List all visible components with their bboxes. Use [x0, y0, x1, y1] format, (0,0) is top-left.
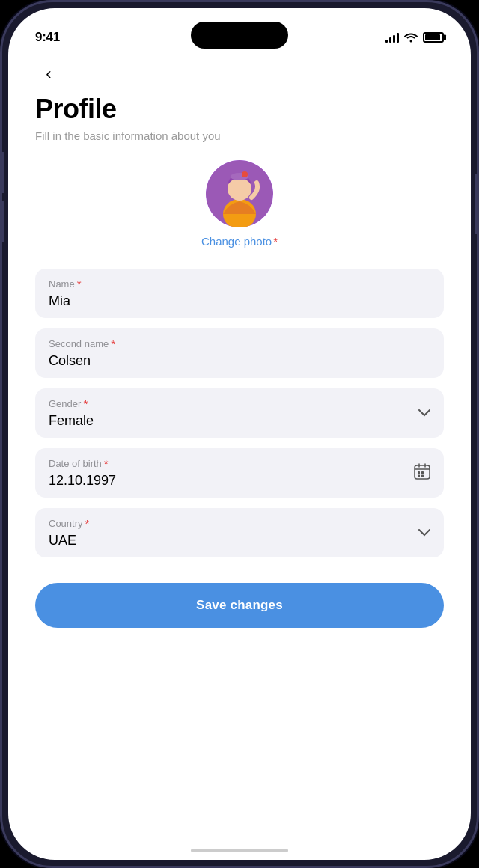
phone-screen: 9:41: [8, 8, 471, 860]
svg-rect-9: [421, 475, 424, 477]
volume-down-button[interactable]: [0, 201, 4, 242]
status-icons: [385, 32, 444, 43]
gender-field[interactable]: Gender * Female: [35, 388, 444, 438]
wifi-icon: [404, 32, 418, 43]
page-subtitle: Fill in the basic information about you: [35, 129, 444, 142]
power-button[interactable]: [475, 174, 479, 234]
gender-label: Gender *: [49, 397, 430, 410]
country-required-star: *: [85, 517, 90, 530]
screen-content: ‹ Profile Fill in the basic information …: [8, 53, 471, 860]
name-required-star: *: [77, 278, 82, 290]
svg-rect-7: [421, 471, 424, 474]
dob-value: 12.10.1997: [49, 473, 430, 489]
avatar-image: [206, 160, 273, 227]
second-name-required-star: *: [111, 337, 115, 350]
second-name-value: Colsen: [49, 353, 430, 369]
name-label: Name *: [49, 278, 430, 290]
country-chevron-down-icon: [418, 526, 430, 540]
change-photo-label: Change photo: [201, 235, 272, 248]
dynamic-island: [191, 22, 288, 49]
back-button[interactable]: ‹: [35, 61, 62, 88]
save-changes-button[interactable]: Save changes: [35, 583, 444, 628]
svg-rect-8: [418, 475, 420, 477]
calendar-icon: [414, 463, 430, 483]
volume-up-button[interactable]: [0, 152, 4, 193]
dob-label: Date of birth *: [49, 457, 430, 470]
svg-rect-6: [418, 471, 420, 474]
back-chevron-icon: ‹: [46, 64, 51, 84]
second-name-label: Second name *: [49, 337, 430, 350]
gender-value: Female: [49, 413, 430, 429]
avatar-section: Change photo*: [35, 160, 444, 248]
second-name-field[interactable]: Second name * Colsen: [35, 328, 444, 378]
form: Name * Mia Second name * Colsen: [35, 269, 444, 557]
svg-point-4: [242, 171, 248, 177]
page-title: Profile: [35, 94, 444, 125]
name-value: Mia: [49, 293, 430, 309]
country-value: UAE: [49, 533, 430, 548]
phone-frame: 9:41: [0, 0, 479, 868]
battery-icon: [423, 32, 444, 43]
country-field[interactable]: Country * UAE: [35, 508, 444, 557]
save-button-container: Save changes: [35, 568, 444, 658]
avatar[interactable]: [206, 160, 273, 227]
status-time: 9:41: [35, 30, 60, 45]
name-field[interactable]: Name * Mia: [35, 269, 444, 318]
change-photo-button[interactable]: Change photo*: [201, 235, 278, 248]
dob-field[interactable]: Date of birth * 12.10.1997: [35, 448, 444, 498]
signal-icon: [385, 32, 399, 43]
dob-required-star: *: [104, 457, 109, 470]
gender-chevron-down-icon: [418, 406, 430, 420]
country-label: Country *: [49, 517, 430, 530]
change-photo-required: *: [273, 235, 278, 248]
gender-required-star: *: [83, 397, 88, 410]
home-indicator: [191, 849, 288, 852]
